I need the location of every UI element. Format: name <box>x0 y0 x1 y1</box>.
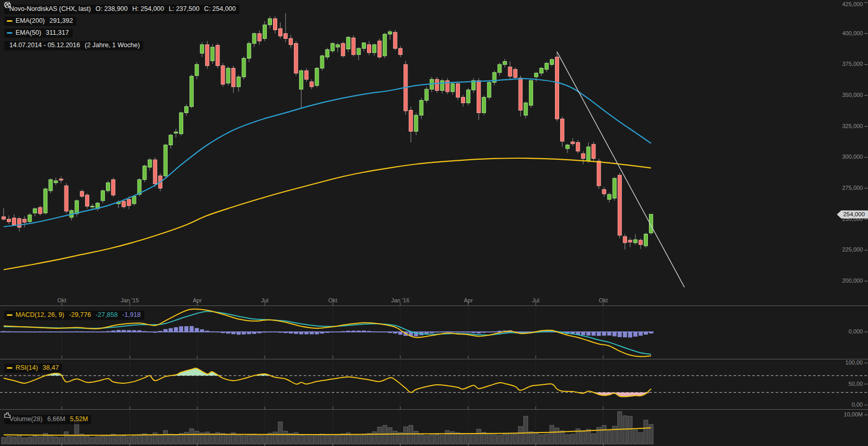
volume-bar <box>618 412 622 444</box>
macd-legend-row[interactable]: MACD(12, 26, 9) -29,776 -27,858 -1,918 <box>4 309 144 320</box>
volume-bar <box>639 433 643 444</box>
volume-bar <box>492 435 496 444</box>
ohlc-open: O: 238,900 <box>96 5 128 13</box>
candle-up <box>566 145 569 149</box>
daterange-legend-row[interactable]: 14.07.2014 - 05.12.2016 (2 Jahre, 1 Woch… <box>4 38 239 51</box>
candle-up <box>226 68 230 83</box>
candle-up <box>383 34 387 56</box>
drawn-trendline <box>557 52 684 287</box>
volume-bar <box>508 433 512 444</box>
candle-down <box>279 29 282 36</box>
volume-bar <box>22 438 26 444</box>
candle-down <box>618 175 621 235</box>
ema200-legend-row[interactable]: EMA(200) 291,392 <box>4 15 239 26</box>
candle-up <box>179 113 183 134</box>
time-axis-label: Jul <box>518 297 554 303</box>
volume-bar <box>602 425 606 444</box>
candle-down <box>64 186 68 211</box>
candle-up <box>440 80 444 90</box>
ema200-color-dash-icon <box>7 20 12 22</box>
candle-up <box>613 178 616 198</box>
rsi-value: 38,47 <box>43 364 59 372</box>
volume-bar <box>101 436 105 444</box>
volume-label: Volume(28) <box>9 415 43 423</box>
macd-hist-bar <box>189 326 194 332</box>
candle-up <box>529 80 533 105</box>
rsi-legend-row[interactable]: RSI(14) 38,47 <box>4 361 62 373</box>
volume-bar <box>2 438 6 444</box>
macd-hist-bar <box>179 326 183 332</box>
volume-bar <box>351 435 356 444</box>
macd-color-dash-icon <box>7 314 12 316</box>
volume-bar <box>299 435 303 444</box>
volume-bar <box>362 435 366 444</box>
candle-up <box>331 44 334 51</box>
ohlc-high: H: 254,000 <box>132 5 164 13</box>
ema50-legend-row[interactable]: EMA(50) 311,317 <box>4 26 239 38</box>
candle-up <box>357 48 360 54</box>
volume-bar <box>571 434 575 444</box>
instrument-legend-row[interactable]: Novo-NordiskAS (CHX, last) O: 238,900 H:… <box>4 2 239 14</box>
volume-bar <box>524 416 528 444</box>
candle-up <box>373 45 376 53</box>
volume-bar <box>33 436 37 444</box>
chart-canvas[interactable] <box>0 0 868 446</box>
candle-up <box>143 166 146 179</box>
candle-down <box>456 83 460 97</box>
candle-up <box>169 135 172 145</box>
candle-down <box>561 119 564 141</box>
volume-bar <box>461 434 465 444</box>
volume-bar <box>414 431 418 444</box>
volume-bar <box>226 435 230 444</box>
ema200-value: 291,392 <box>49 17 73 25</box>
volume-bar <box>278 422 282 444</box>
candle-up <box>300 71 303 89</box>
candle-up <box>132 197 136 204</box>
candle-down <box>257 34 261 41</box>
candle-up <box>503 61 507 64</box>
volume-bar <box>430 435 434 444</box>
macd-hist-bar <box>628 332 632 338</box>
price-axis-label: 400,000 <box>821 30 863 36</box>
last-price-badge: 254,000 <box>837 210 868 219</box>
ema50-line <box>4 79 651 227</box>
volume-bar <box>388 428 392 444</box>
volume-bar <box>644 420 648 444</box>
candle-down <box>232 68 235 87</box>
volume-bar <box>64 432 69 444</box>
volume-bar <box>132 436 136 444</box>
candle-down <box>571 142 575 144</box>
ema200-line <box>4 158 651 270</box>
volume-bar <box>252 434 256 444</box>
volume-bar <box>221 434 225 444</box>
volume-bar <box>403 427 408 444</box>
candle-up <box>524 103 527 115</box>
candle-down <box>508 67 512 76</box>
candle-down <box>378 41 382 57</box>
volume-bar <box>539 435 544 444</box>
volume-bar <box>477 429 481 444</box>
volume-legend-row[interactable]: Volume(28) 6,66M 5,52M <box>4 412 91 424</box>
candle-down <box>294 44 298 73</box>
candle-up <box>362 43 365 49</box>
candle-down <box>409 110 413 132</box>
candle-down <box>305 71 308 79</box>
price-axis-label: 225,000 <box>821 246 863 253</box>
volume-bar <box>205 432 209 444</box>
volume-bar <box>17 435 21 444</box>
volume-bar <box>195 431 199 444</box>
candle-down <box>127 200 131 206</box>
volume-bar <box>96 437 100 444</box>
candle-down <box>12 218 16 225</box>
volume-bar <box>127 437 131 444</box>
candle-down <box>462 97 465 103</box>
macd-hist-bar <box>581 332 585 335</box>
volume-bar <box>591 434 595 444</box>
rsi-overbought-fill <box>4 369 651 376</box>
candle-up <box>482 97 486 113</box>
candle-up <box>336 45 340 47</box>
volume-bar <box>367 434 371 444</box>
price-axis-label: 275,000 <box>821 185 863 191</box>
candle-up <box>419 101 423 116</box>
candle-up <box>346 37 350 49</box>
